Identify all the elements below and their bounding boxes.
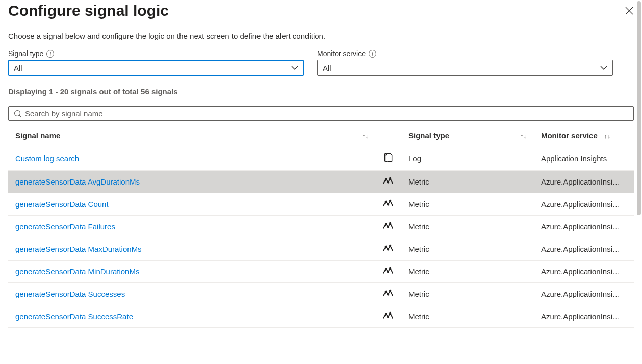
- signals-table: Signal name ↑↓ Signal type ↑↓ Monitor se…: [8, 125, 634, 328]
- metric-icon: [383, 267, 393, 275]
- monitor-service-cell: Azure.ApplicationInsi…: [534, 238, 634, 261]
- svg-point-21: [390, 313, 391, 314]
- column-monitor-label: Monitor service: [541, 131, 598, 140]
- scrollbar-thumb[interactable]: [637, 1, 641, 215]
- metric-icon: [383, 311, 393, 320]
- metric-icon: [383, 289, 393, 297]
- signal-type-label: Signal type i: [8, 49, 304, 58]
- close-icon[interactable]: [625, 2, 634, 18]
- table-row[interactable]: Custom log search Log Application Insigh…: [8, 146, 634, 171]
- svg-point-8: [388, 226, 389, 228]
- svg-point-6: [390, 200, 391, 202]
- metric-icon: [383, 177, 393, 185]
- svg-point-5: [388, 204, 389, 205]
- signal-link[interactable]: generateSensorData Successes: [15, 290, 125, 298]
- svg-point-16: [386, 291, 387, 292]
- sort-icon[interactable]: ↑↓: [362, 132, 369, 140]
- svg-point-19: [386, 313, 387, 315]
- svg-point-11: [388, 249, 389, 250]
- sort-icon[interactable]: ↑↓: [604, 132, 610, 140]
- signal-link[interactable]: generateSensorData MinDurationMs: [15, 267, 139, 276]
- svg-point-4: [386, 201, 387, 202]
- svg-point-17: [388, 294, 389, 295]
- signal-type-cell: Log: [401, 146, 513, 171]
- column-monitor-service[interactable]: Monitor service ↑↓: [534, 125, 634, 146]
- signal-type-cell: Metric: [401, 261, 513, 283]
- sort-icon[interactable]: ↑↓: [520, 132, 527, 140]
- svg-point-14: [388, 271, 389, 273]
- signal-type-dropdown[interactable]: All: [8, 60, 304, 76]
- svg-point-0: [15, 110, 20, 116]
- info-icon[interactable]: i: [46, 50, 54, 58]
- monitor-service-value: All: [323, 64, 331, 72]
- monitor-service-cell: Azure.ApplicationInsi…: [534, 305, 634, 328]
- signal-type-label-text: Signal type: [8, 49, 43, 58]
- signal-link[interactable]: generateSensorData Failures: [15, 222, 115, 231]
- signal-link[interactable]: Custom log search: [15, 154, 79, 163]
- search-icon: [14, 110, 22, 118]
- table-row[interactable]: generateSensorData Count Metric Azure.Ap…: [8, 193, 634, 216]
- search-input[interactable]: [25, 109, 628, 118]
- signal-type-cell: Metric: [401, 216, 513, 238]
- table-row[interactable]: generateSensorData AvgDurationMs Metric …: [8, 171, 634, 193]
- monitor-service-cell: Azure.ApplicationInsi…: [534, 193, 634, 216]
- signal-link[interactable]: generateSensorData SuccessRate: [15, 312, 133, 321]
- result-count: Displaying 1 - 20 signals out of total 5…: [8, 87, 634, 96]
- signal-type-cell: Metric: [401, 238, 513, 261]
- column-signal-name[interactable]: Signal name: [8, 125, 355, 146]
- monitor-service-label: Monitor service i: [317, 49, 613, 58]
- svg-point-1: [386, 178, 387, 180]
- column-signal-type-label: Signal type: [408, 131, 449, 140]
- svg-point-20: [388, 316, 389, 318]
- search-box[interactable]: [8, 106, 634, 121]
- page-title: Configure signal logic: [8, 2, 169, 19]
- signal-type-cell: Metric: [401, 305, 513, 328]
- table-row[interactable]: generateSensorData Successes Metric Azur…: [8, 283, 634, 305]
- scrollbar[interactable]: [637, 1, 641, 363]
- signal-type-value: All: [14, 64, 22, 72]
- table-row[interactable]: generateSensorData Failures Metric Azure…: [8, 216, 634, 238]
- svg-point-12: [390, 245, 391, 247]
- signal-type-cell: Metric: [401, 283, 513, 305]
- signal-type-cell: Metric: [401, 171, 513, 193]
- signal-type-cell: Metric: [401, 193, 513, 216]
- metric-icon: [383, 199, 393, 207]
- metric-icon: [383, 222, 393, 230]
- chevron-down-icon: [291, 64, 298, 72]
- monitor-service-cell: Azure.ApplicationInsi…: [534, 283, 634, 305]
- column-signal-type[interactable]: Signal type: [401, 125, 513, 146]
- table-row[interactable]: generateSensorData MinDurationMs Metric …: [8, 261, 634, 283]
- svg-point-10: [386, 246, 387, 247]
- info-icon[interactable]: i: [369, 50, 376, 58]
- chevron-down-icon: [600, 64, 607, 72]
- signal-link[interactable]: generateSensorData MaxDurationMs: [15, 245, 142, 253]
- monitor-service-cell: Azure.ApplicationInsi…: [534, 171, 634, 193]
- svg-point-15: [390, 268, 391, 269]
- signal-link[interactable]: generateSensorData Count: [15, 200, 109, 209]
- svg-point-13: [386, 268, 387, 270]
- svg-point-7: [386, 223, 387, 225]
- table-row[interactable]: generateSensorData SuccessRate Metric Az…: [8, 305, 634, 328]
- monitor-service-label-text: Monitor service: [317, 49, 366, 58]
- monitor-service-cell: Application Insights: [534, 146, 634, 171]
- svg-point-18: [390, 290, 391, 292]
- monitor-service-cell: Azure.ApplicationInsi…: [534, 216, 634, 238]
- page-description: Choose a signal below and configure the …: [8, 32, 634, 40]
- table-row[interactable]: generateSensorData MaxDurationMs Metric …: [8, 238, 634, 261]
- signal-link[interactable]: generateSensorData AvgDurationMs: [15, 177, 140, 186]
- svg-point-9: [390, 223, 391, 224]
- svg-point-3: [390, 178, 391, 179]
- monitor-service-cell: Azure.ApplicationInsi…: [534, 261, 634, 283]
- log-icon: [383, 152, 394, 163]
- monitor-service-dropdown[interactable]: All: [317, 60, 613, 76]
- metric-icon: [383, 244, 393, 252]
- svg-point-2: [388, 181, 389, 183]
